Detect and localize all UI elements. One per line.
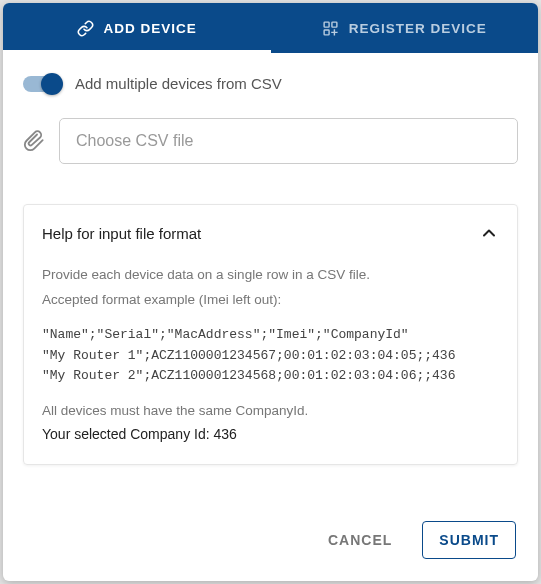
svg-rect-2	[324, 29, 329, 34]
chevron-up-icon	[479, 223, 499, 243]
file-placeholder: Choose CSV file	[76, 132, 193, 150]
dialog-actions: CANCEL SUBMIT	[3, 501, 538, 581]
toggle-knob	[41, 73, 63, 95]
csv-toggle-row: Add multiple devices from CSV	[23, 75, 518, 92]
tab-register-label: REGISTER DEVICE	[349, 21, 487, 36]
tab-bar: ADD DEVICE REGISTER DEVICE	[3, 3, 538, 53]
cancel-button[interactable]: CANCEL	[312, 521, 408, 559]
help-line-2: Accepted format example (Imei left out):	[42, 290, 499, 311]
add-device-dialog: ADD DEVICE REGISTER DEVICE Add multiple …	[3, 3, 538, 581]
help-line-1: Provide each device data on a single row…	[42, 265, 499, 286]
tab-add-label: ADD DEVICE	[104, 21, 197, 36]
help-panel: Help for input file format Provide each …	[23, 204, 518, 465]
help-header[interactable]: Help for input file format	[42, 223, 499, 243]
help-foot-2: Your selected Company Id: 436	[42, 424, 499, 446]
csv-toggle-label: Add multiple devices from CSV	[75, 75, 282, 92]
svg-rect-0	[324, 22, 329, 27]
help-title: Help for input file format	[42, 225, 201, 242]
help-code-example: "Name";"Serial";"MacAddress";"Imei";"Com…	[42, 325, 499, 387]
svg-rect-1	[332, 22, 337, 27]
csv-file-input[interactable]: Choose CSV file	[59, 118, 518, 164]
link-icon	[77, 20, 94, 37]
help-body: Provide each device data on a single row…	[42, 265, 499, 446]
help-foot-1: All devices must have the same CompanyId…	[42, 401, 499, 422]
tab-register-device[interactable]: REGISTER DEVICE	[271, 3, 539, 53]
dialog-body: Add multiple devices from CSV Choose CSV…	[3, 53, 538, 501]
paperclip-icon	[23, 130, 45, 152]
tab-add-device[interactable]: ADD DEVICE	[3, 3, 271, 53]
qr-add-icon	[322, 20, 339, 37]
csv-toggle[interactable]	[23, 76, 61, 92]
file-row: Choose CSV file	[23, 118, 518, 164]
submit-button[interactable]: SUBMIT	[422, 521, 516, 559]
